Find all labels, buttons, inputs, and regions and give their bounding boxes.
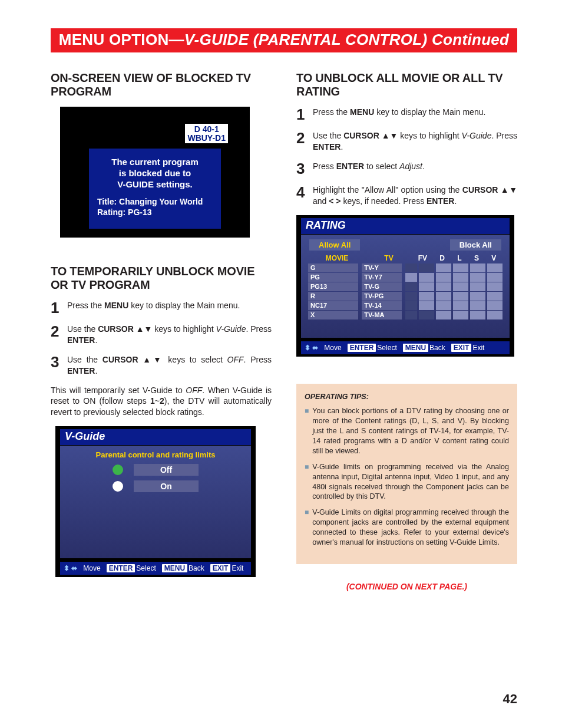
tv-cell[interactable]: TV-MA [362,311,402,319]
radio-dot[interactable] [113,481,123,492]
rating-box[interactable] [436,311,451,319]
step-text: Use the CURSOR ▲▼ keys to highlight V-Gu… [313,130,517,153]
rating-box[interactable] [436,282,451,291]
rating-box[interactable] [453,301,468,310]
step-text: Use the CURSOR ▲▼ keys to select OFF. Pr… [67,354,272,377]
movie-cell[interactable]: NC17 [308,301,358,310]
step-number: 1 [51,300,67,315]
rating-box[interactable] [405,311,417,319]
radio-dot[interactable] [113,465,123,475]
heading-blocked-view: ON-SCREEN VIEW OF BLOCKED TV PROGRAM [51,71,272,98]
rating-box[interactable] [453,311,468,319]
rating-box[interactable] [470,311,485,319]
osd-select: Select [136,564,156,572]
arrows-icon: ⬍ ⬌ [305,344,318,352]
step: 4Highlight the "Allow All" option using … [296,185,517,207]
rating-row: NC17TV-14 [308,301,503,310]
rating-box[interactable] [405,282,417,291]
block-all-button[interactable]: Block All [450,239,501,251]
rating-box[interactable] [405,301,417,310]
rating-box[interactable] [453,273,468,282]
rating-box[interactable] [436,273,451,282]
vguide-row[interactable]: On [60,480,251,492]
badge-line2: WBUY-D1 [187,134,226,143]
heading-temp-unblock: TO TEMPORARILY UNBLOCK MOVIE OR TV PROGR… [51,265,272,292]
rating-box[interactable] [470,263,485,272]
rating-box[interactable] [453,282,468,291]
rating-box[interactable] [453,263,468,272]
rating-box[interactable] [405,263,417,272]
badge-line1: D 40-1 [187,125,226,134]
bullet-icon: ■ [305,406,309,456]
step-number: 3 [51,354,67,377]
osd-move: Move [324,344,341,352]
step-number: 3 [296,161,313,176]
vguide-row[interactable]: Off [60,464,251,476]
osd-back: Back [189,564,204,572]
movie-cell[interactable]: R [308,292,358,301]
row-label: On [134,480,199,492]
meta-title: Title: Changing Your World [94,197,216,206]
rating-box[interactable] [436,301,451,310]
vguide-panel: Parental control and rating limits OffOn [60,446,251,558]
step: 3Use the CURSOR ▲▼ keys to select OFF. P… [51,354,272,377]
screenshot-rating: RATING Allow All Block All MOVIE TV FVDL… [296,215,514,357]
rating-box[interactable] [405,292,417,301]
rating-title: RATING [301,218,510,234]
osd-menu-key: MENU [162,564,187,572]
rating-box[interactable] [419,282,434,291]
rating-box[interactable] [487,273,503,282]
step-text: Use the CURSOR ▲▼ keys to highlight V-Gu… [67,324,272,346]
movie-cell[interactable]: G [308,263,358,272]
tv-cell[interactable]: TV-G [362,282,402,291]
rating-box[interactable] [436,263,451,272]
rating-box[interactable] [470,282,485,291]
rating-box[interactable] [487,282,503,291]
msg-line3: V-GUIDE settings. [94,179,216,190]
rating-box[interactable] [470,292,485,301]
osd-menu-key: MENU [403,344,428,352]
rating-box[interactable] [470,301,485,310]
bullet-icon: ■ [305,508,309,548]
rating-box[interactable] [487,292,503,301]
rating-box[interactable] [419,301,434,310]
step-text: Press the MENU key to display the Main m… [313,107,485,122]
rating-box[interactable] [436,292,451,301]
vguide-caption: Parental control and rating limits [60,446,251,459]
rating-box[interactable] [487,301,503,310]
tv-cell[interactable]: TV-Y7 [362,273,402,282]
rating-box[interactable] [419,311,434,319]
tip-text: You can block portions of a DTV rating b… [312,406,509,456]
rating-row: RTV-PG [308,292,503,301]
movie-cell[interactable]: X [308,311,358,319]
rating-box[interactable] [405,273,417,282]
osd-back: Back [429,344,445,352]
step-number: 4 [296,185,313,207]
allow-all-button[interactable]: Allow All [309,239,360,251]
osd-select: Select [377,344,396,352]
rating-box[interactable] [487,263,503,272]
rating-box[interactable] [470,273,485,282]
osd-enter-key: ENTER [348,344,376,352]
tv-cell[interactable]: TV-Y [362,263,402,272]
tip-item: ■V-Guide limits on programming received … [305,462,509,502]
rating-row: XTV-MA [308,311,503,319]
page-banner: MENU OPTION—V-GUIDE (PARENTAL CONTROL) C… [51,28,517,52]
rating-box[interactable] [419,263,434,272]
tv-cell[interactable]: TV-14 [362,301,402,310]
tv-cell[interactable]: TV-PG [362,292,402,301]
rating-panel: Allow All Block All MOVIE TV FVDLSV GTV-… [301,235,510,338]
osd-exit-key: EXIT [451,344,472,352]
tip-text: V-Guide limits on programming received v… [312,462,509,502]
rating-box[interactable] [487,311,503,319]
step: 2Use the CURSOR ▲▼ keys to highlight V-G… [51,324,272,346]
movie-cell[interactable]: PG13 [308,282,358,291]
movie-cell[interactable]: PG [308,273,358,282]
rating-box[interactable] [419,292,434,301]
row-label: Off [134,464,199,476]
rating-box[interactable] [453,292,468,301]
channel-badge: D 40-1 WBUY-D1 [185,124,228,143]
rating-box[interactable] [419,273,434,282]
tip-item: ■V-Guide Limits on digital programming r… [305,508,509,548]
msg-line2: is blocked due to [94,168,216,179]
